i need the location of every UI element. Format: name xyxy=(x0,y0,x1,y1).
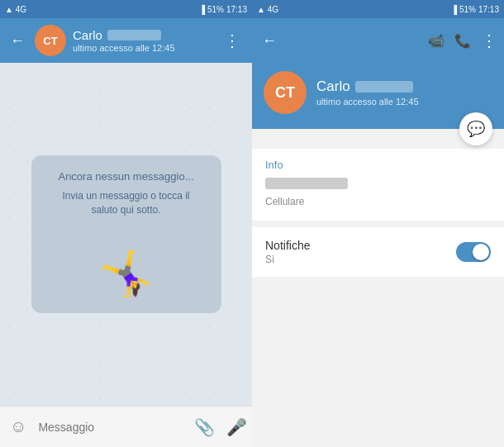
phone-type: Cellulare xyxy=(265,196,491,207)
notifications-info: Notifiche Sì xyxy=(265,239,310,265)
attach-button[interactable]: 📎 xyxy=(194,417,215,437)
notifications-toggle[interactable] xyxy=(456,242,491,262)
notifications-status: Sì xyxy=(265,254,310,265)
left-status-right: ▐ 51% 17:13 xyxy=(199,5,247,14)
right-status-bar: ▲ 4G ▐ 51% 17:13 xyxy=(252,0,504,18)
right-time: 17:13 xyxy=(478,5,499,14)
right-signal-icon: ▲ 4G xyxy=(257,5,278,14)
sticker-area: 🤸‍♀️ xyxy=(50,229,203,295)
left-time: 17:13 xyxy=(226,5,247,14)
profile-section: CT Carlo ultimo accesso alle 12:45 💬 xyxy=(252,63,504,129)
empty-title: Ancora nessun messaggio... xyxy=(50,170,203,183)
right-header: ← 📹 📞 ⋮ xyxy=(252,18,504,63)
notifications-title: Notifiche xyxy=(265,239,310,252)
mic-button[interactable]: 🎤 xyxy=(226,417,247,437)
phone-number-blur xyxy=(265,178,348,189)
left-battery-icon: ▐ 51% xyxy=(199,5,224,14)
chat-body: Ancora nessun messaggio... Invia un mess… xyxy=(0,63,252,406)
avatar: CT xyxy=(35,25,66,56)
empty-subtitle: Invia un messaggio o tocca il saluto qui… xyxy=(50,189,203,217)
right-back-button[interactable]: ← xyxy=(259,29,280,53)
right-more-options-button[interactable]: ⋮ xyxy=(481,31,497,50)
profile-avatar: CT xyxy=(264,71,307,114)
chat-header: ← CT Carlo ultimo accesso alle 12:45 ⋮ xyxy=(0,18,252,63)
notifications-section: Notifiche Sì xyxy=(252,227,504,277)
right-panel: ▲ 4G ▐ 51% 17:13 ← 📹 📞 ⋮ CT Carlo ultimo… xyxy=(252,0,504,447)
chat-bubble-icon: 💬 xyxy=(467,120,485,138)
video-call-button[interactable]: 📹 xyxy=(428,33,445,49)
chat-input-bar: ☺ 📎 🎤 xyxy=(0,406,252,447)
info-section-label: Info xyxy=(265,159,491,171)
phone-call-button[interactable]: 📞 xyxy=(454,33,471,49)
right-status-icons: ▲ 4G xyxy=(257,5,278,14)
profile-status: ultimo accesso alle 12:45 xyxy=(316,97,492,107)
contact-name-row: Carlo xyxy=(73,28,212,42)
profile-info: Carlo ultimo accesso alle 12:45 xyxy=(316,78,492,107)
info-section: Info Cellulare xyxy=(252,149,504,221)
right-header-icons: 📹 📞 ⋮ xyxy=(428,31,497,50)
profile-name: Carlo xyxy=(316,78,350,95)
open-chat-button[interactable]: 💬 xyxy=(459,112,492,145)
emoji-button[interactable]: ☺ xyxy=(10,417,26,436)
left-signal-icon: ▲ 4G xyxy=(5,5,26,14)
sticker-emoji: 🤸‍♀️ xyxy=(99,252,153,295)
back-button[interactable]: ← xyxy=(7,29,28,53)
contact-surname-blur xyxy=(107,30,161,40)
contact-status: ultimo accesso alle 12:45 xyxy=(73,43,212,53)
profile-name-row: Carlo xyxy=(316,78,492,95)
contact-name: Carlo xyxy=(73,28,102,42)
right-battery: ▐ 51% xyxy=(451,5,476,14)
profile-surname-blur xyxy=(355,81,413,93)
empty-message-card: Ancora nessun messaggio... Invia un mess… xyxy=(31,155,221,313)
left-status-icons: ▲ 4G xyxy=(5,5,26,14)
left-panel: ▲ 4G ▐ 51% 17:13 ← CT Carlo ultimo acces… xyxy=(0,0,252,447)
right-status-right: ▐ 51% 17:13 xyxy=(451,5,499,14)
message-input[interactable] xyxy=(38,421,183,434)
more-options-button[interactable]: ⋮ xyxy=(219,27,245,54)
left-status-bar: ▲ 4G ▐ 51% 17:13 xyxy=(0,0,252,18)
header-info: Carlo ultimo accesso alle 12:45 xyxy=(73,28,212,53)
